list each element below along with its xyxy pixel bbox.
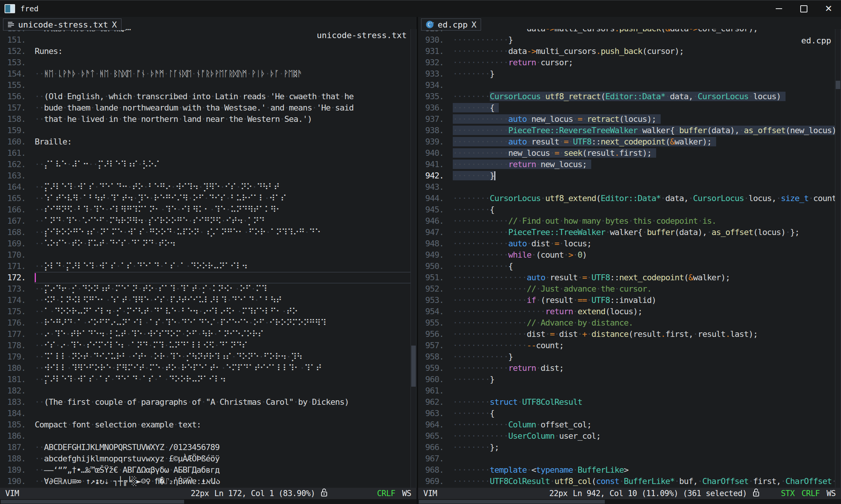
code-line[interactable]: 966.········};	[418, 442, 836, 453]
code-line[interactable]: 938.············PieceTree::ReverseTreeWa…	[418, 125, 836, 136]
code-line[interactable]: 965.············UserColumn·user_col;	[418, 430, 836, 442]
code-line[interactable]: 179.··⠩⠁⠇⠇·⠝⠕⠞·⠙⠊⠌⠥⠗⠃·⠊⠞⠂·⠕⠗·⠹⠑·⡊⠳⠝⠞⠗⠹⠰⠎…	[0, 351, 411, 363]
code-line[interactable]: 930.············}	[418, 34, 836, 46]
code-line[interactable]: 947.············PieceTree::TreeWalker·wa…	[418, 227, 836, 238]
code-line[interactable]: 943.	[418, 181, 836, 193]
code-line[interactable]: 963.········{	[418, 408, 836, 419]
code-line[interactable]: 956.················dist·=·dist·+·distan…	[418, 329, 836, 340]
close-button[interactable]: ✕	[816, 0, 841, 17]
code-line[interactable]: 181.··⡍⠜⠇⠑⠹·⠺⠁⠎·⠁⠎·⠙⠑⠁⠙·⠁⠎·⠁·⠙⠕⠕⠗⠤⠝⠁⠊⠇⠲	[0, 374, 411, 385]
code-line[interactable]: 166.··⠎⠊⠛⠝⠫·⠃⠹·⠹⠑·⠊⠇⠻⠛⠹⠍⠁⠝⠂·⠹⠑·⠊⠇⠻⠅⠂·⠹⠑·…	[0, 204, 411, 215]
code-line[interactable]: 189.··–—‘“”„†•…‰™œŠŸž€·ΑΒΓΔΩαβγδω·АБВГДа…	[0, 464, 411, 476]
editor-unicode-stress[interactable]: 150.··እግርህን·በፍራሽህ·ልክ·ዘርጋ።151.152.Runes:1…	[0, 29, 411, 488]
code-line[interactable]: 165.··⠱⠁⠞⠑⠧⠻·⠁⠃⠳⠞·⠹⠁⠞⠲·⡹⠑·⠗⠑⠛⠊⠌⠻·⠕⠋·⠙⠊⠎·…	[0, 193, 411, 204]
code-line[interactable]: 163.	[0, 170, 411, 181]
code-line[interactable]: 931.············data->multi_cursors.push…	[418, 46, 836, 57]
code-line[interactable]: 939.············auto·result·=·UTF8::next…	[418, 136, 836, 148]
code-line[interactable]: 953.················if·(result·==·UTF8::…	[418, 295, 836, 306]
horizontal-scrollbar-thumb[interactable]	[419, 500, 605, 504]
code-text: ················data->multi_cursors.push…	[453, 29, 836, 34]
code-line[interactable]: 155.	[0, 80, 411, 91]
code-line[interactable]: 955.················//·Advance·by·distan…	[418, 317, 836, 329]
line-number: 951.	[423, 272, 444, 283]
code-line[interactable]: 152.Runes:	[0, 46, 411, 57]
minimize-button[interactable]	[766, 0, 791, 17]
code-line[interactable]: 168.··⡎⠊⠗⠕⠕⠛⠑⠰⠎·⠝⠁⠍⠑·⠺⠁⠎·⠛⠕⠕⠙·⠥⠏⠕⠝·⠰⡡⠁⠝⠛…	[0, 227, 411, 238]
code-line[interactable]: 176.··⠗⠑⠛⠜⠙·⠁·⠊⠕⠋⠋⠔⠤⠝⠁⠊⠇·⠁⠎·⠹⠑·⠙⠑⠁⠙⠑⠌·⠏⠊…	[0, 317, 411, 329]
code-line[interactable]: 962.········struct·UTF8ColResult	[418, 396, 836, 408]
code-line[interactable]: 949.············while·(count·>·0)	[418, 249, 836, 261]
code-line[interactable]: 159.	[0, 125, 411, 136]
code-line[interactable]: 173.··⡍⠔⠙⠖·⡊·⠙⠕⠝⠰⠞·⠍⠑⠁⠝·⠞⠕·⠎⠁⠹·⠹⠁⠞·⡊·⠅⠝⠪…	[0, 283, 411, 295]
vertical-scrollbar-thumb[interactable]	[836, 81, 840, 89]
code-line[interactable]: 178.··⠊⠎·⠔·⠹⠑·⠎⠊⠍⠊⠇⠑⠆·⠁⠝⠙·⠍⠹·⠥⠝⠙⠁⠇⠇⠪⠫·⠙⠁…	[0, 340, 411, 351]
code-line[interactable]: 156.··(Old·English,·which·transcribed·in…	[0, 91, 411, 102]
code-line[interactable]: 186.	[0, 430, 411, 442]
code-line[interactable]: 158.··that·he·lived·in·the·northern·land…	[0, 114, 411, 125]
code-line[interactable]: 967.	[418, 453, 836, 464]
code-line[interactable]: 164.··⡍⠜⠇⠑⠹·⠺⠁⠎·⠙⠑⠁⠙⠒·⠞⠕·⠃⠑⠛⠔·⠺⠊⠹⠲·⡹⠻⠑·⠊…	[0, 181, 411, 193]
code-line[interactable]: 960.········}	[418, 374, 836, 385]
code-line[interactable]: 934.	[418, 80, 836, 91]
code-line[interactable]: 172.	[0, 272, 411, 283]
code-line[interactable]: 959.············return·dist;	[418, 363, 836, 374]
code-line[interactable]: 174.··⠪⠝·⠅⠝⠪⠇⠫⠛⠑⠂·⠱⠁⠞·⠹⠻⠑·⠊⠎·⠏⠜⠞⠊⠊⠥⠇⠜⠇⠹·…	[0, 295, 411, 306]
code-line[interactable]: 933.········}	[418, 68, 836, 80]
editor-ed-cpp[interactable]: 929.················data->multi_cursors.…	[418, 29, 836, 488]
horizontal-scrollbar-thumb[interactable]	[1, 500, 184, 504]
code-line[interactable]: 940.············new_locus·=·seek(result.…	[418, 148, 836, 159]
code-line[interactable]: 946.············//·Find·out·how·many·byt…	[418, 215, 836, 227]
horizontal-scrollbar[interactable]	[418, 499, 841, 504]
code-line[interactable]: 945.········{	[418, 204, 836, 215]
code-line[interactable]: 944.········CursorLocus·utf8_extend(Edit…	[418, 193, 836, 204]
code-line[interactable]: 948.············auto·dist·=·locus;	[418, 238, 836, 249]
code-line[interactable]: 958.············}	[418, 351, 836, 363]
code-line[interactable]: 183.··(The·first·couple·of·paragraphs·of…	[0, 396, 411, 408]
code-line[interactable]: 167.··⠁⠝⠙·⠹⠑·⠡⠊⠑⠋·⠍⠳⠗⠝⠻⠲·⡎⠊⠗⠕⠕⠛⠑·⠎⠊⠛⠝⠫·⠊…	[0, 215, 411, 227]
code-line[interactable]: 950.············{	[418, 261, 836, 272]
code-line[interactable]: 177.··⠔·⠹⠑·⠞⠗⠁⠙⠑⠲·⡃⠥⠞·⠹⠑·⠺⠊⠎⠙⠕⠍·⠕⠋·⠳⠗·⠁⠝…	[0, 329, 411, 340]
code-line[interactable]: 964.············Column·offset_col;	[418, 419, 836, 430]
code-line[interactable]: 162.··⡌⠁⠧⠑·⠼⠁⠒··⡍⠜⠇⠑⠹⠰⠎·⡣⠕⠌	[0, 159, 411, 170]
code-line[interactable]: 954.····················return·extend(lo…	[418, 306, 836, 317]
code-line[interactable]: 952.················//·Just·advance·the·…	[418, 283, 836, 295]
code-line[interactable]: 936.········{	[418, 102, 836, 114]
code-line[interactable]: 154.··ᚻᛖ·ᚳᚹᚫᚦ·ᚦᚫᛏ·ᚻᛖ·ᛒᚢᛞᛖ·ᚩᚾ·ᚦᚫᛗ·ᛚᚪᚾᛞᛖ·ᚾ…	[0, 68, 411, 80]
code-line[interactable]: 157.··bude·thaem·lande·northweardum·with…	[0, 102, 411, 114]
code-line[interactable]: 969.········UTF8ColResult·utf8_col(const…	[418, 476, 836, 487]
code-line[interactable]: 187.··ABCDEFGHIJKLMNOPQRSTUVWXYZ·/012345…	[0, 442, 411, 453]
tab-ed-cpp[interactable]: C⁺⁺ ed.cpp X	[421, 18, 481, 31]
code-line[interactable]: 968.········template·<typename·BufferLik…	[418, 464, 836, 476]
horizontal-scrollbar[interactable]	[0, 499, 417, 504]
vertical-scrollbar-thumb[interactable]	[411, 346, 416, 387]
code-line[interactable]: 169.··⠡⠕⠎⠑·⠞⠕·⠏⠥⠞·⠙⠊⠎·⠙⠁⠝⠙·⠞⠕⠲	[0, 238, 411, 249]
code-line[interactable]: 171.··⡕⠇⠙·⡍⠜⠇⠑⠹·⠺⠁⠎·⠁⠎·⠙⠑⠁⠙·⠁⠎·⠁·⠙⠕⠕⠗⠤⠝⠁…	[0, 261, 411, 272]
code-line[interactable]: 153.	[0, 57, 411, 68]
code-line[interactable]: 182.	[0, 385, 411, 396]
code-line[interactable]: 175.··⠁·⠙⠕⠕⠗⠤⠝⠁⠊⠇⠲·⡊·⠍⠊⠣⠞·⠙⠁⠧⠑·⠃⠑⠲·⠔⠊⠇⠔⠫…	[0, 306, 411, 317]
vertical-scrollbar[interactable]	[411, 29, 417, 488]
code-line[interactable]: 942.········}	[418, 170, 836, 181]
code-line[interactable]: 188.··abcdefghijklmnopqrstuvwxyz·£©µÀÆÖÞ…	[0, 453, 411, 464]
code-line[interactable]: 184.	[0, 408, 411, 419]
vertical-scrollbar[interactable]	[835, 29, 841, 488]
code-line[interactable]: 161.	[0, 148, 411, 159]
code-line[interactable]: 190.··∀∂∈ℝ∧∪≡∞·↑↗↨↻⇣·┐┼╔╘░►☺♀·ﬁ�⑀₂ἠḂӥẄɐː…	[0, 476, 411, 487]
tab-unicode-stress[interactable]: unicode-stress.txt X	[3, 18, 121, 31]
code-line[interactable]: 180.··⠺⠊⠇⠇·⠹⠻⠑⠋⠕⠗⠑·⠏⠻⠍⠊⠞·⠍⠑·⠞⠕·⠗⠑⠏⠑⠁⠞⠂·⠑…	[0, 363, 411, 374]
code-line[interactable]: 937.············auto·new_locus·=·retract…	[418, 114, 836, 125]
tab-close-icon[interactable]: X	[471, 20, 476, 29]
code-line[interactable]: 932.············return·cursor;	[418, 57, 836, 68]
code-line[interactable]: 961.	[418, 385, 836, 396]
tab-close-icon[interactable]: X	[112, 20, 117, 29]
code-line[interactable]: 941.············return·new_locus;	[418, 159, 836, 170]
close-icon: ✕	[825, 4, 832, 13]
code-text: ········UTF8ColResult·utf8_col(const·Buf…	[453, 476, 836, 487]
code-line[interactable]: 160.Braille:	[0, 136, 411, 148]
code-line[interactable]: 170.	[0, 249, 411, 261]
code-line[interactable]: 951.················auto·result·=·UTF8::…	[418, 272, 836, 283]
code-line[interactable]: 957.················--count;	[418, 340, 836, 351]
code-line[interactable]: 185.Compact·font·selection·example·text:	[0, 419, 411, 430]
code-line[interactable]: 935.········CursorLocus·utf8_retract(Edi…	[418, 91, 836, 102]
maximize-button[interactable]	[791, 0, 816, 17]
